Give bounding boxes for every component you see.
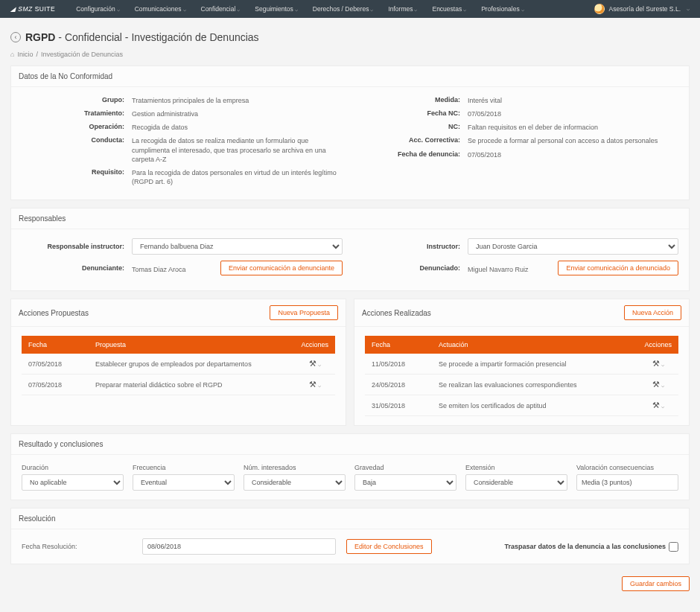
nav-enc[interactable]: Encuestas⌵ <box>432 5 466 13</box>
nav-conf[interactable]: Confidencial⌵ <box>201 5 241 13</box>
chevron-down-icon: ⌵ <box>117 7 120 12</box>
data-row: NC:Faltan requisitos en el deber de info… <box>357 123 678 132</box>
home-icon[interactable]: ⌂ <box>10 51 14 58</box>
traspasar-label[interactable]: Traspasar datos de la denuncia a las con… <box>504 542 678 552</box>
interesados-select[interactable]: Considerable <box>244 474 346 491</box>
chevron-down-icon: ⌵ <box>463 7 466 12</box>
denunciante-label: Denunciante: <box>22 264 132 272</box>
breadcrumb-current: Investigación de Denuncias <box>41 51 123 58</box>
table-row: 07/05/2018Preparar material didáctico so… <box>22 374 335 395</box>
panel-resolucion: Resolución Fecha Resolución: Editor de C… <box>10 508 690 564</box>
fecha-res-input[interactable] <box>142 538 336 555</box>
data-row: Grupo:Tratamientos principales de la emp… <box>22 96 343 105</box>
denunciado-value: Miguel Navarro Ruiz <box>468 263 558 273</box>
extension-select[interactable]: Considerable <box>465 474 567 491</box>
nav-inf[interactable]: Informes⌵ <box>388 5 417 13</box>
chevron-down-icon: ⌵ <box>521 7 524 12</box>
frecuencia-select[interactable]: Eventual <box>133 474 235 491</box>
denunciante-value: Tomas Diaz Aroca <box>132 263 220 273</box>
send-comm-denunciante-button[interactable]: Enviar comunicación a denunciante <box>220 261 343 275</box>
table-row: 24/05/2018Se realizan las evaluaciones c… <box>365 374 678 395</box>
panel-nc-header: Datos de la No Conformidad <box>11 66 689 87</box>
duracion-select[interactable]: No aplicable <box>22 474 124 491</box>
nav-seg[interactable]: Seguimientos⌵ <box>255 5 298 13</box>
data-row: Conducta:La recogida de datos se realiza… <box>22 136 343 163</box>
top-nav: ◢ SMZ SUITE Configuración⌵ Comunicacione… <box>0 0 700 18</box>
realizadas-header: Acciones Realizadas <box>362 309 431 317</box>
data-row: Fecha NC:07/05/2018 <box>357 109 678 118</box>
page-title: ‹ RGPD - Confidencial - Investigación de… <box>10 31 690 43</box>
data-row: Medida:Interés vital <box>357 96 678 105</box>
back-icon[interactable]: ‹ <box>10 32 21 42</box>
nueva-accion-button[interactable]: Nueva Acción <box>624 305 681 320</box>
breadcrumb: ⌂ Inicio / Investigación de Denuncias <box>10 51 690 58</box>
traspasar-checkbox[interactable] <box>669 542 678 552</box>
gravedad-select[interactable]: Baja <box>354 474 456 491</box>
denunciado-label: Denunciado: <box>357 264 468 272</box>
propuestas-table: Fecha Propuesta Acciones 07/05/2018Estab… <box>22 336 335 395</box>
chevron-down-icon: ⌵ <box>370 7 373 12</box>
nav-der[interactable]: Derechos / Deberes⌵ <box>313 5 374 13</box>
chevron-down-icon: ⌵ <box>183 7 186 12</box>
instructor-select[interactable]: Fernando balbuena Diaz <box>132 238 343 255</box>
copyright: © 2018. Nº Provisional de Registro de la… <box>0 608 700 612</box>
data-row: Fecha de denuncia:07/05/2018 <box>357 150 678 159</box>
guardar-cambios-button[interactable]: Guardar cambios <box>622 576 690 591</box>
instructor2-select[interactable]: Juan Doroste Garcia <box>468 238 678 255</box>
panel-resultado: Resultado y conclusiones DuraciónNo apli… <box>10 433 690 500</box>
nueva-propuesta-button[interactable]: Nueva Propuesta <box>270 305 338 320</box>
instructor2-label: Instructor: <box>357 243 468 250</box>
instructor-label: Responsable instructor: <box>22 243 132 250</box>
nav-prof[interactable]: Profesionales⌵ <box>481 5 524 13</box>
tools-icon[interactable]: ⚒ <box>652 401 660 409</box>
editor-conclusiones-button[interactable]: Editor de Conclusiones <box>346 539 432 554</box>
chevron-down-icon: ⌵ <box>661 404 664 409</box>
tools-icon[interactable]: ⚒ <box>652 359 660 368</box>
data-row: Operación:Recogida de datos <box>22 123 343 132</box>
brand-logo: ◢ SMZ SUITE <box>10 5 55 13</box>
data-row: Acc. Correctiva:Se procede a formar al p… <box>357 136 678 145</box>
nav-menu: Configuración⌵ Comunicaciones⌵ Confidenc… <box>76 5 594 13</box>
nav-config[interactable]: Configuración⌵ <box>76 5 119 13</box>
realizadas-table: Fecha Actuación Acciones 11/05/2018Se pr… <box>365 336 678 416</box>
tools-icon[interactable]: ⚒ <box>309 380 316 389</box>
user-menu[interactable]: Asesoría del Sureste S.L. ⌵ <box>594 4 690 14</box>
fecha-res-label: Fecha Resolución: <box>22 543 132 550</box>
chevron-down-icon: ⌵ <box>661 362 664 367</box>
table-row: 31/05/2018Se emiten los certificados de … <box>365 395 678 416</box>
propuestas-header: Acciones Propuestas <box>19 309 89 317</box>
chevron-down-icon: ⌵ <box>237 7 240 12</box>
data-row: Requisito:Para la recogida de datos pers… <box>22 168 343 186</box>
data-row: Tratamiento:Gestion administrativa <box>22 109 343 118</box>
chevron-down-icon: ⌵ <box>318 383 321 388</box>
panel-resp: Responsables Responsable instructor: Fer… <box>10 208 690 291</box>
tools-icon[interactable]: ⚒ <box>309 359 316 368</box>
panel-resp-header: Responsables <box>11 208 689 229</box>
tools-icon[interactable]: ⚒ <box>652 380 660 389</box>
valoracion-input[interactable] <box>576 474 678 491</box>
user-name: Asesoría del Sureste S.L. <box>609 5 681 13</box>
table-row: 07/05/2018Establecer grupos de empleados… <box>22 354 335 374</box>
chevron-down-icon: ⌵ <box>687 6 690 12</box>
panel-propuestas: Acciones Propuestas Nueva Propuesta Fech… <box>10 299 346 426</box>
chevron-down-icon: ⌵ <box>318 362 321 367</box>
table-row: 11/05/2018Se procede a impartir formació… <box>365 354 678 374</box>
chevron-down-icon: ⌵ <box>661 383 664 388</box>
chevron-down-icon: ⌵ <box>295 7 298 12</box>
send-comm-denunciado-button[interactable]: Enviar comunicación a denunciado <box>558 261 678 275</box>
panel-realizadas: Acciones Realizadas Nueva Acción Fecha A… <box>354 299 690 426</box>
panel-nc: Datos de la No Conformidad Grupo:Tratami… <box>10 66 690 200</box>
nav-comm[interactable]: Comunicaciones⌵ <box>135 5 186 13</box>
breadcrumb-home[interactable]: Inicio <box>17 51 33 58</box>
avatar-icon <box>594 4 605 14</box>
resultado-header: Resultado y conclusiones <box>11 434 689 455</box>
chevron-down-icon: ⌵ <box>414 7 417 12</box>
resolucion-header: Resolución <box>11 509 689 529</box>
